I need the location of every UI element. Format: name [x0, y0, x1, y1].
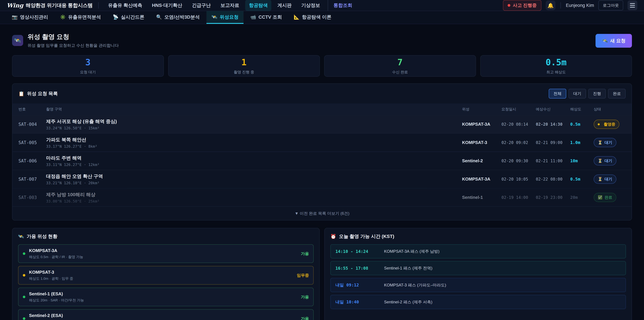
nav-item[interactable]: 긴급구난 — [188, 0, 214, 11]
nav-item[interactable]: 기상정보 — [298, 0, 324, 11]
status-icon: ⏳ — [598, 159, 602, 163]
status-dot-icon — [23, 296, 25, 298]
page-icon-box: 🛰️ — [12, 35, 23, 46]
satellite-name: KOMPSAT-3A — [29, 248, 83, 253]
status-badge: ⏳ 대기 — [594, 175, 616, 184]
area-name: 제주 남방 100해리 해상 — [46, 191, 462, 198]
page-subtitle: 위성 촬영 임무를 요청하고 수신 현황을 관리합니다 — [28, 43, 119, 48]
satellite-icon: 🛰️ — [18, 234, 24, 239]
satellite-item[interactable]: KOMPSAT-3 해상도 1.0m · 광학 · 임무 중 임무중 — [18, 266, 314, 284]
request-id: SAT-004 — [18, 122, 46, 127]
area-coords: 33.24°N 126.50°E · 15km² — [46, 126, 462, 130]
filter-chip[interactable]: 진행 — [588, 89, 606, 99]
table-row[interactable]: SAT-004 제주 서귀포 해상 (유출 해역 중심) 33.24°N 126… — [12, 115, 632, 133]
stat-label: 요청 대기 — [80, 70, 96, 75]
pass-label: Sentinel-1 패스 (제주 전역) — [384, 265, 432, 271]
area-name: 가파도 북쪽 해안선 — [46, 137, 462, 143]
sub-tab[interactable]: 📐 항공탐색 이론 — [289, 11, 336, 24]
table-header: 번호 촬영 구역 위성 요청일시 예상수신 해상도 상태 — [12, 104, 632, 115]
incident-dot-icon — [508, 4, 510, 7]
satellite-item[interactable]: Sentinel-1 (ESA) 해상도 20m · SAR · 야간/우천 가… — [18, 288, 314, 306]
satellite-item[interactable]: KOMPSAT-3A 해상도 0.5m · 광학 / IR · 촬영 가능 가용 — [18, 244, 314, 263]
sub-tab[interactable]: 📡 실시간드론 — [108, 11, 150, 24]
menu-button[interactable] — [628, 1, 637, 10]
col-id: 번호 — [18, 107, 46, 112]
status-label: 대기 — [604, 140, 612, 145]
sub-tab[interactable]: ✳️ 유출유면적분석 — [55, 11, 106, 24]
stat-value: 3 — [85, 57, 90, 67]
pass-item[interactable]: 14:10 - 14:24 KOMPSAT-3A 패스 (제주 남방) — [330, 244, 626, 258]
status-label: 대기 — [604, 177, 612, 182]
pass-time: 내일 10:40 — [336, 299, 384, 305]
expected-at: 02-21 09:00 — [536, 140, 570, 145]
satellite-icon: 🛰️ — [602, 38, 608, 44]
satellite-name: KOMPSAT-3 — [462, 140, 502, 145]
camera-icon: 📷 — [12, 14, 18, 20]
topnav-right: 사고 진행중 🔔 Eunjeong Kim 로그아웃 — [503, 0, 637, 11]
satellite-availability: 가용 — [301, 251, 309, 256]
resolution: 0.5m — [570, 122, 594, 127]
satellite-name: Sentinel-1 — [462, 195, 502, 200]
expected-at: 02-22 08:00 — [536, 177, 570, 182]
brand-title: 해양환경 위기대응 통합시스템 — [26, 2, 92, 9]
request-list-title: 📋 위성 요청 목록 — [18, 91, 58, 97]
filter-chip[interactable]: 전체 — [549, 89, 566, 99]
bell-icon: 🔔 — [548, 3, 554, 9]
table-row[interactable]: SAT-003 제주 남방 100해리 해상 33.00°N 126.50°E … — [12, 188, 632, 206]
pass-panel-title: ⏰ 오늘 촬영 가능 시간 (KST) — [330, 233, 626, 240]
stat-label: 최고 해상도 — [546, 70, 566, 75]
nav-item[interactable]: 게시판 — [274, 0, 295, 11]
col-area: 촬영 구역 — [46, 107, 462, 112]
requested-at: 02-20 09:30 — [502, 159, 536, 163]
status-label: 완료 — [604, 195, 612, 200]
expected-at: 02-19 23:00 — [536, 195, 570, 200]
stat-label: 수신 완료 — [392, 70, 408, 75]
status-badge: ✅ 완료 — [594, 193, 616, 202]
requested-at: 02-20 08:14 — [502, 122, 536, 127]
request-list-panel: 📋 위성 요청 목록 전체 대기 진행 완료 번호 촬영 구역 위성 요청일시 … — [12, 83, 632, 220]
notifications-button[interactable]: 🔔 — [546, 1, 556, 10]
sub-tab-label: 오염/선박3D분석 — [164, 14, 200, 20]
magnifier-icon: 🔍 — [156, 14, 162, 20]
sub-tab-label: CCTV 조회 — [258, 14, 282, 20]
ruler-icon: 📐 — [294, 14, 300, 20]
logout-button[interactable]: 로그아웃 — [598, 0, 623, 11]
nav-item[interactable]: 유출유 확산예측 — [104, 0, 146, 11]
table-row[interactable]: SAT-005 가파도 북쪽 해안선 33.17°N 126.27°E · 8k… — [12, 133, 632, 152]
brand[interactable]: Wing 해양환경 위기대응 통합시스템 — [7, 2, 92, 9]
sub-tab[interactable]: 📹 CCTV 조회 — [245, 11, 287, 24]
satellite-desc: 해상도 20m · SAR · 야간/우천 가능 — [29, 298, 84, 302]
status-dot-icon — [598, 123, 600, 125]
new-request-button[interactable]: 🛰️ 새 요청 — [596, 34, 632, 48]
requested-at: 02-19 14:00 — [502, 195, 536, 200]
sub-tab[interactable]: 🔍 오염/선박3D분석 — [151, 11, 205, 24]
page-title: 위성 촬영 요청 — [28, 33, 119, 41]
table-row[interactable]: SAT-007 대정읍 해안 오염 확산 구역 33.21°N 126.10°E… — [12, 170, 632, 188]
satellite-item[interactable]: Sentinel-2 (ESA) 해상도 10m · 다분광 · 수질 분석 적… — [18, 309, 314, 320]
pass-item[interactable]: 내일 09:12 KOMPSAT-3 패스 (가파도–마라도) — [330, 278, 626, 292]
status-dot-icon — [23, 274, 25, 276]
incident-status-badge[interactable]: 사고 진행중 — [503, 0, 541, 11]
request-id: SAT-007 — [18, 177, 46, 182]
nav-item[interactable]: 통합조회 — [328, 0, 356, 11]
filter-chip[interactable]: 완료 — [608, 89, 626, 99]
show-more-link[interactable]: ▼ 이전 완료 목록 더보기 (6건) — [12, 206, 632, 220]
resolution: 0.5m — [570, 177, 594, 182]
satellite-availability: 가용 — [301, 294, 309, 300]
satellite-name: Sentinel-2 (ESA) — [29, 313, 88, 318]
sub-tab[interactable]: 🛰️ 위성요청 — [206, 11, 244, 24]
col-expected: 예상수신 — [536, 107, 570, 112]
pass-label: KOMPSAT-3A 패스 (제주 남방) — [384, 249, 440, 254]
nav-item[interactable]: 보고자료 — [217, 0, 243, 11]
pass-item[interactable]: 내일 10:40 Sentinel-2 패스 (제주 서측) — [330, 295, 626, 309]
table-row[interactable]: SAT-006 마라도 주변 해역 33.11°N 126.27°E · 12k… — [12, 152, 632, 170]
nav-divider — [98, 2, 98, 9]
main-nav: 유출유 확산예측 HNS·대기확산 긴급구난 보고자료 항공탐색 게시판 기상정… — [104, 0, 356, 11]
request-id: SAT-003 — [18, 195, 46, 200]
sub-tab[interactable]: 📷 영상사진관리 — [7, 11, 53, 24]
nav-item[interactable]: 항공탐색 — [245, 0, 271, 11]
nav-item[interactable]: HNS·대기확산 — [148, 0, 186, 11]
pass-item[interactable]: 16:55 - 17:08 Sentinel-1 패스 (제주 전역) — [330, 261, 626, 275]
filter-chip[interactable]: 대기 — [568, 89, 586, 99]
user-name: Eunjeong Kim — [566, 3, 594, 8]
